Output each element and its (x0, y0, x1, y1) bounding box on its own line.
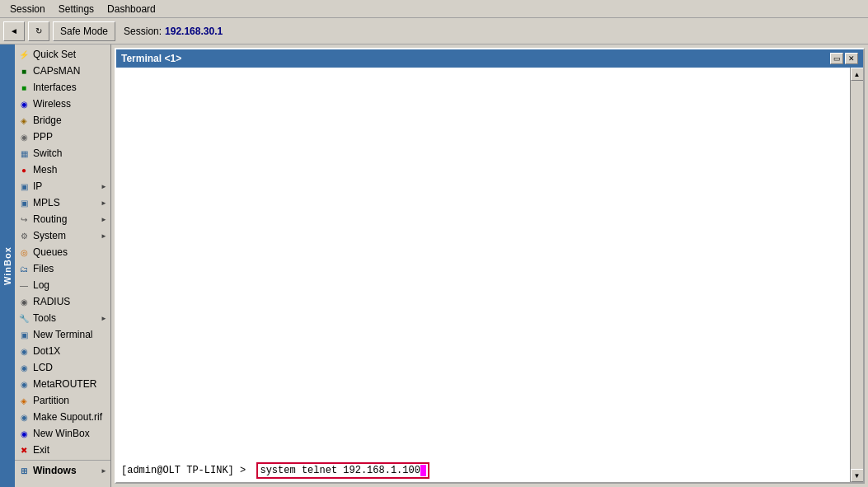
menu-session[interactable]: Session (3, 2, 52, 16)
sidebar-item-interfaces[interactable]: ■Interfaces (15, 79, 110, 96)
new-terminal-icon: ▣ (18, 329, 30, 340)
sidebar-label-log: Log (33, 279, 49, 291)
sidebar-item-queues[interactable]: ◎Queues (15, 244, 110, 260)
mpls-icon: ▣ (18, 197, 30, 208)
files-icon: 🗂 (18, 263, 30, 274)
terminal-close-button[interactable]: ✕ (845, 53, 858, 64)
menu-dashboard[interactable]: Dashboard (101, 2, 162, 16)
scroll-down-button[interactable]: ▼ (851, 469, 864, 482)
sidebar-label-ppp: PPP (33, 131, 53, 143)
terminal-titlebar: Terminal <1> ▭ ✕ (116, 49, 863, 68)
sidebar-label-routing: Routing (33, 213, 67, 225)
sidebar-label-mpls: MPLS (33, 197, 60, 208)
sidebar-item-mesh[interactable]: ●Mesh (15, 162, 110, 178)
metarouter-icon: ◉ (18, 378, 30, 390)
log-icon: — (18, 279, 30, 291)
refresh-icon: ↻ (35, 26, 42, 35)
terminal-cursor (420, 465, 426, 476)
sidebar-item-routing[interactable]: ↪Routing► (15, 211, 110, 227)
ppp-icon: ◉ (18, 131, 30, 143)
command-line: [admin@OLT TP-LINK] > system telnet 192.… (121, 462, 845, 479)
tools-icon: 🔧 (18, 312, 30, 324)
sidebar-label-lcd: LCD (33, 362, 53, 373)
terminal-window: Terminal <1> ▭ ✕ [admin@OLT TP-LINK] > s… (115, 48, 865, 484)
safe-mode-button[interactable]: Safe Mode (53, 21, 115, 41)
routing-icon: ↪ (18, 213, 30, 225)
windows-icon: ⊞ (18, 465, 30, 476)
command-input-wrapper[interactable]: system telnet 192.168.1.100 (256, 462, 429, 479)
sidebar-item-radius[interactable]: ◉RADIUS (15, 293, 110, 310)
sidebar-label-dot1x: Dot1X (33, 345, 60, 357)
sidebar-item-windows[interactable]: ⊞Windows► (15, 462, 110, 479)
sidebar-item-exit[interactable]: ✖Exit (15, 442, 110, 458)
sidebar-item-tools[interactable]: 🔧Tools► (15, 310, 110, 326)
queues-icon: ◎ (18, 246, 30, 258)
ip-arrow-icon: ► (101, 183, 107, 190)
interfaces-icon: ■ (18, 82, 30, 93)
switch-icon: ▦ (18, 148, 30, 159)
sidebar-item-mpls[interactable]: ▣MPLS► (15, 194, 110, 211)
sidebar-label-exit: Exit (33, 444, 49, 456)
mesh-icon: ● (18, 164, 30, 176)
sidebar-label-ip: IP (33, 180, 42, 192)
sidebar-item-switch[interactable]: ▦Switch (15, 145, 110, 162)
system-arrow-icon: ► (101, 232, 107, 240)
sidebar-label-radius: RADIUS (33, 296, 70, 307)
sidebar-item-new-winbox[interactable]: ◉New WinBox (15, 425, 110, 442)
menu-bar: Session Settings Dashboard (0, 0, 868, 18)
menu-settings[interactable]: Settings (52, 2, 101, 16)
tools-arrow-icon: ► (101, 315, 107, 322)
sidebar-label-switch: Switch (33, 148, 62, 159)
sidebar-item-wireless[interactable]: ◉Wireless (15, 96, 110, 112)
sidebar-item-log[interactable]: —Log (15, 277, 110, 293)
system-icon: ⚙ (18, 230, 30, 241)
radius-icon: ◉ (18, 296, 30, 307)
refresh-button[interactable]: ↻ (28, 21, 49, 41)
bridge-icon: ◈ (18, 115, 30, 126)
wireless-icon: ◉ (18, 98, 30, 110)
exit-icon: ✖ (18, 444, 30, 456)
sidebar-label-metarouter: MetaROUTER (33, 378, 96, 390)
sidebar-item-new-terminal[interactable]: ▣New Terminal (15, 326, 110, 343)
sidebar-label-new-terminal: New Terminal (33, 329, 92, 340)
session-value: 192.168.30.1 (165, 26, 223, 37)
terminal-restore-button[interactable]: ▭ (830, 53, 843, 64)
make-supout-icon: ◉ (18, 411, 30, 423)
sidebar-label-system: System (33, 230, 66, 241)
sidebar-item-metarouter[interactable]: ◉MetaROUTER (15, 376, 110, 392)
new-winbox-icon: ◉ (18, 428, 30, 439)
sidebar-item-capsman[interactable]: ■CAPsMAN (15, 63, 110, 79)
sidebar-item-ppp[interactable]: ◉PPP (15, 129, 110, 145)
sidebar-item-make-supout[interactable]: ◉Make Supout.rif (15, 409, 110, 425)
sidebar-label-tools: Tools (33, 312, 56, 324)
sidebar-label-wireless: Wireless (33, 98, 71, 110)
terminal-content-area: [admin@OLT TP-LINK] > system telnet 192.… (116, 68, 863, 482)
sidebar-label-queues: Queues (33, 246, 68, 258)
sidebar-divider (15, 460, 110, 461)
sidebar-item-partition[interactable]: ◈Partition (15, 392, 110, 409)
winbox-label: WinBox (0, 44, 15, 487)
partition-icon: ◈ (18, 395, 30, 406)
sidebar-item-quick-set[interactable]: ⚡Quick Set (15, 46, 110, 63)
sidebar-item-lcd[interactable]: ◉LCD (15, 359, 110, 376)
sidebar-item-files[interactable]: 🗂Files (15, 260, 110, 277)
back-button[interactable]: ◄ (3, 21, 25, 41)
sidebar-item-dot1x[interactable]: ◉Dot1X (15, 343, 110, 359)
lcd-icon: ◉ (18, 362, 30, 373)
scroll-up-button[interactable]: ▲ (851, 68, 864, 81)
sidebar-item-ip[interactable]: ▣IP► (15, 178, 110, 194)
terminal-title: Terminal <1> (121, 53, 181, 64)
session-label: Session: (124, 26, 162, 37)
capsman-icon: ■ (18, 65, 30, 77)
command-text: system telnet 192.168.1.100 (260, 465, 420, 476)
toolbar: ◄ ↻ Safe Mode Session: 192.168.30.1 (0, 18, 868, 44)
sidebar-label-new-winbox: New WinBox (33, 428, 90, 439)
sidebar-item-bridge[interactable]: ◈Bridge (15, 112, 110, 129)
sidebar-item-system[interactable]: ⚙System► (15, 227, 110, 244)
back-icon: ◄ (10, 26, 18, 35)
sidebar-label-capsman: CAPsMAN (33, 65, 80, 77)
sidebar-label-quick-set: Quick Set (33, 49, 76, 60)
space (249, 465, 255, 476)
routing-arrow-icon: ► (101, 216, 107, 223)
terminal-text-area[interactable]: [admin@OLT TP-LINK] > system telnet 192.… (116, 68, 850, 482)
